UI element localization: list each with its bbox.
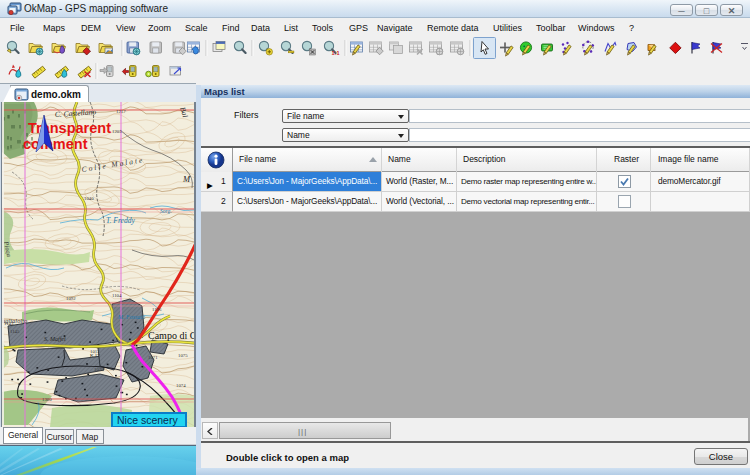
svg-text:1070: 1070 [94, 367, 104, 372]
svg-text:1104: 1104 [112, 293, 122, 298]
svg-text:1075: 1075 [178, 353, 188, 358]
svg-text:1092: 1092 [66, 296, 76, 301]
svg-text:K.17: K.17 [90, 353, 100, 358]
svg-text:T. Freddy: T. Freddy [106, 216, 135, 225]
svg-text:Nice scenery: Nice scenery [117, 414, 178, 426]
svg-text:M: M [182, 174, 191, 184]
svg-text:S. Maffei: S. Maffei [44, 336, 66, 342]
svg-text:comment: comment [23, 136, 88, 152]
svg-text:1:1: 1:1 [332, 50, 340, 56]
svg-text:Campo di G: Campo di G [148, 330, 194, 341]
svg-text:1217: 1217 [116, 109, 126, 114]
svg-text:1074: 1074 [176, 383, 186, 388]
svg-text:1300: 1300 [42, 397, 52, 402]
svg-text:1196: 1196 [152, 307, 162, 312]
svg-text:1040: 1040 [84, 196, 94, 201]
svg-text:M. Fossato: M. Fossato [117, 314, 145, 320]
svg-text:1203: 1203 [112, 129, 122, 134]
svg-text:1145: 1145 [10, 329, 20, 334]
svg-text:Sorg.: Sorg. [160, 208, 172, 214]
svg-text:1071: 1071 [148, 355, 158, 360]
svg-text:1143: 1143 [4, 321, 14, 326]
